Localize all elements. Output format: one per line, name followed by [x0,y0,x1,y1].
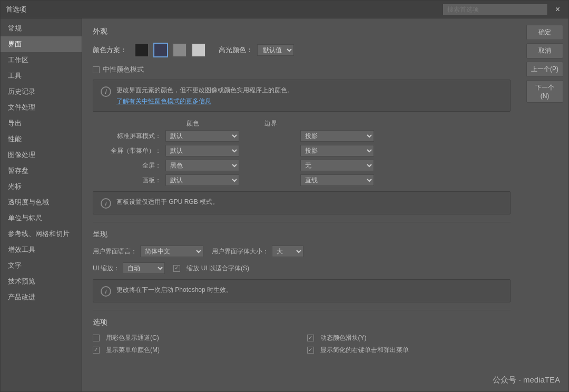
ui-scale-label: UI 缩放： [93,264,120,273]
ui-scale-select[interactable]: 自动 [123,262,165,274]
search-input[interactable] [443,4,548,15]
sidebar-item-transparency[interactable]: 透明度与色域 [1,194,82,210]
restart-info-text: 更改将在下一次启动 Photoshop 时生效。 [116,285,232,295]
color-column-header: 颜色 [156,119,230,128]
sidebar-item-interface[interactable]: 界面 [1,36,82,52]
lang-row: 用户界面语言： 简体中文 用户界面字体大小： 大 [93,246,511,257]
neutral-mode-info-text: 更改界面元素的颜色，但不更改图像或颜色实用程序上的颜色。 [116,85,503,95]
dynamic-color-checkbox[interactable] [307,335,314,341]
preferences-dialog: 首选项 × 常规 界面 工作区 工具 历史记录 文件处理 导出 性能 图像处理 … [0,0,569,392]
fullscreen-border-select[interactable]: 无 [300,160,374,171]
confirm-button[interactable]: 确定 [526,25,563,40]
standard-screen-color-select[interactable]: 默认 [165,130,239,142]
options-grid: 用彩色显示通道(C) 动态颜色滑块(Y) 显示菜单单颜色(M) 显示简化的右键单… [93,334,511,355]
highlight-select[interactable]: 默认值 [257,44,294,56]
main-content: 常规 界面 工作区 工具 历史记录 文件处理 导出 性能 图像处理 暂存盘 光标… [1,18,568,391]
sidebar-item-export[interactable]: 导出 [1,115,82,131]
neutral-mode-checkbox[interactable] [93,66,100,73]
standard-screen-label: 标准屏幕模式： [93,132,161,141]
canvas-info-block: i 画板设置仅适用于 GPU RGB 模式。 [93,191,511,214]
info-text-block: 更改界面元素的颜色，但不更改图像或颜色实用程序上的颜色。 了解有关中性颜色模式的… [116,85,503,106]
sidebar-item-scratch-disks[interactable]: 暂存盘 [1,163,82,179]
ui-scale-group: UI 缩放： 自动 [93,262,165,274]
font-size-label: 用户界面字体大小： [212,247,269,256]
font-size-select[interactable]: 大 [272,246,303,257]
appearance-title: 外观 [93,27,511,36]
sidebar-item-workspace[interactable]: 工作区 [1,52,82,68]
sidebar-item-image-processing[interactable]: 图像处理 [1,147,82,163]
simplified-menu-label: 显示简化的右键单击和弹出菜单 [320,346,409,355]
separator-1 [93,222,511,222]
title-bar-right: × [443,4,563,15]
next-button[interactable]: 下一个(N) [526,80,563,103]
watermark: 公众号 · mediaTEA [493,375,560,385]
neutral-mode-info-link[interactable]: 了解有关中性颜色模式的更多信息 [116,97,503,106]
sidebar: 常规 界面 工作区 工具 历史记录 文件处理 导出 性能 图像处理 暂存盘 光标… [1,18,82,391]
watermark-text: 公众号 · mediaTEA [493,375,560,384]
scale-font-label: 缩放 UI 以适合字体(S) [187,264,249,273]
sidebar-item-cursors[interactable]: 光标 [1,179,82,194]
channel-color-checkbox[interactable] [93,335,100,341]
canvas-info-text: 画板设置仅适用于 GPU RGB 模式。 [116,197,219,207]
title-bar: 首选项 × [1,1,568,18]
sidebar-item-type[interactable]: 文字 [1,258,82,273]
color-swatch-black[interactable] [134,43,149,57]
fullscreen-menu-border-select[interactable]: 投影 [300,145,374,156]
sidebar-item-product-improvement[interactable]: 产品改进 [1,289,82,305]
sidebar-item-general[interactable]: 常规 [1,21,82,36]
border-column-header: 边界 [234,119,308,128]
options-section: 选项 用彩色显示通道(C) 动态颜色滑块(Y) 显示菜单单颜色(M) [93,318,511,355]
menu-color-label: 显示菜单单颜色(M) [106,346,160,355]
prev-button[interactable]: 上一个(P) [526,62,563,77]
fullscreen-color-select[interactable]: 黑色 [165,160,239,171]
sidebar-item-tools[interactable]: 工具 [1,68,82,84]
lang-select[interactable]: 简体中文 [140,246,203,257]
scale-font-group: 缩放 UI 以适合字体(S) [173,264,249,273]
presentation-title: 呈现 [93,230,511,239]
font-size-group: 用户界面字体大小： 大 [212,246,303,257]
restart-info-icon: i [101,286,111,297]
color-swatch-medium[interactable] [172,43,187,57]
buttons-panel: 确定 取消 上一个(P) 下一个(N) [521,18,568,391]
cancel-button[interactable]: 取消 [526,43,563,58]
sidebar-item-tech-preview[interactable]: 技术预览 [1,273,82,289]
dynamic-color-row: 动态颜色滑块(Y) [307,334,511,342]
channel-color-label: 用彩色显示通道(C) [106,334,159,342]
info-icon: i [101,86,111,97]
neutral-mode-row: 中性颜色模式 [93,65,511,74]
canvas-color-select[interactable]: 默认 [165,174,239,186]
channel-color-row: 用彩色显示通道(C) [93,334,297,342]
color-scheme-label: 颜色方案： [93,45,127,55]
content-area: 外观 颜色方案： 高光颜色： 默认值 中性颜色模式 [82,18,521,391]
scale-font-checkbox[interactable] [173,265,180,272]
color-scheme-row: 颜色方案： 高光颜色： 默认值 [93,43,511,57]
sidebar-item-history[interactable]: 历史记录 [1,84,82,100]
sidebar-item-performance[interactable]: 性能 [1,131,82,147]
neutral-mode-label: 中性颜色模式 [103,65,144,74]
standard-screen-border-select[interactable]: 投影 [300,130,374,142]
sidebar-item-file-handling[interactable]: 文件处理 [1,100,82,115]
menu-color-row: 显示菜单单颜色(M) [93,346,297,355]
appearance-section: 外观 颜色方案： 高光颜色： 默认值 中性颜色模式 [93,27,511,214]
simplified-menu-row: 显示简化的右键单击和弹出菜单 [307,346,511,355]
sidebar-item-guides[interactable]: 参考线、网格和切片 [1,226,82,242]
canvas-label: 画板： [93,176,161,185]
dialog-title: 首选项 [6,5,26,14]
fullscreen-menu-color-select[interactable]: 默认 [165,145,239,156]
highlight-label: 高光颜色： [219,45,253,55]
ui-scale-row: UI 缩放： 自动 缩放 UI 以适合字体(S) [93,262,511,274]
separator-2 [93,310,511,310]
canvas-border-select[interactable]: 直线 [300,174,374,186]
simplified-menu-checkbox[interactable] [307,347,314,354]
close-button[interactable]: × [552,4,563,15]
fullscreen-menu-label: 全屏（带菜单）： [93,146,161,155]
options-title: 选项 [93,318,511,327]
sidebar-item-units[interactable]: 单位与标尺 [1,210,82,226]
sidebar-item-plugins[interactable]: 增效工具 [1,242,82,258]
screen-mode-grid: 标准屏幕模式： 默认 投影 全屏（带菜单）： 默认 投影 [93,130,511,186]
canvas-info-icon: i [101,198,111,209]
restart-info-block: i 更改将在下一次启动 Photoshop 时生效。 [93,279,511,302]
color-swatch-dark-blue[interactable] [153,43,168,57]
menu-color-checkbox[interactable] [93,347,100,354]
color-swatch-light[interactable] [191,43,206,57]
